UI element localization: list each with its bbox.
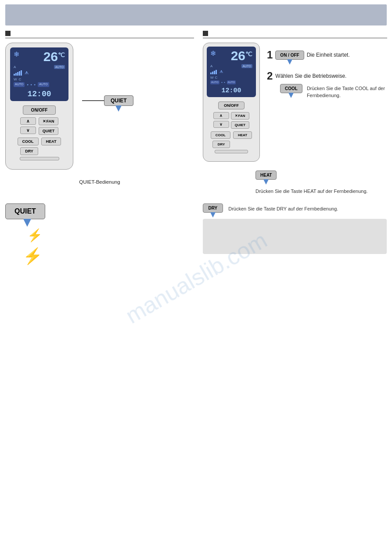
fan-icon-r1: ⋆ — [221, 80, 223, 84]
arrow-up-left[interactable]: ∧ — [20, 117, 36, 125]
arrow-col-right: ∧ ∨ — [213, 112, 229, 129]
fan-quiet-group-left: ∧ ∨ ✕FAN QUIET — [10, 117, 68, 135]
long-button-left[interactable] — [20, 157, 59, 160]
screen-bars-row: ᗑ — [14, 70, 65, 76]
fan-icon-1: ⋆ — [26, 82, 29, 87]
cool-button-right[interactable]: COOL — [211, 131, 230, 139]
dry-row-right: DRY — [207, 141, 256, 148]
temp-value-left: 26 — [43, 50, 58, 63]
left-section-header — [5, 31, 194, 38]
quiet-caption: QUIET-Bedienung — [79, 179, 120, 185]
lightning-icon-2: ⚡ — [23, 247, 194, 265]
auto-btn-r2: AUTO — [227, 80, 236, 84]
quiet-button-right[interactable]: QUIET — [231, 121, 249, 129]
long-button-right[interactable] — [215, 150, 248, 153]
step2-text: Wählen Sie die Betriebsweise. — [275, 73, 346, 80]
screen-label-w: W — [14, 77, 17, 81]
screen-label-c: C — [19, 77, 22, 81]
cool-desc: Drücken Sie die Taste COOL auf der Fernb… — [307, 86, 385, 98]
arrow-down-left[interactable]: ∨ — [20, 127, 36, 134]
lower-right: DRY Drücken Sie die Taste DRY auf der Fe… — [194, 199, 387, 265]
fan-button-left[interactable]: ✕FAN — [39, 117, 59, 125]
onoff-button-right[interactable]: ON/OFF — [218, 102, 245, 109]
long-btn-row-right — [207, 150, 256, 153]
dry-row: DRY Drücken Sie die Taste DRY auf der Fe… — [203, 203, 387, 213]
cool-callout-area: COOL Drücken Sie die Taste COOL auf der … — [280, 84, 387, 99]
mode-row-right: COOL HEAT — [207, 131, 256, 139]
left-column: ❄ 26 ℃ A AUTO — [5, 31, 194, 195]
screen-label-a-right: A — [210, 64, 212, 68]
dry-desc: Drücken Sie die Taste DRY auf der Fernbe… — [228, 206, 338, 212]
heat-btn-row: HEAT — [255, 170, 387, 180]
remote-screen-left: ❄ 26 ℃ A AUTO — [10, 47, 68, 101]
lower-section: QUIET ⚡ ⚡ DRY Drücken Sie die Taste DRY … — [0, 195, 392, 270]
step2-num: 2 — [267, 71, 273, 81]
heat-step-button[interactable]: HEAT — [255, 170, 277, 180]
snowflake-icon-left: ❄ — [14, 50, 19, 58]
cool-button-left[interactable]: COOL — [18, 138, 39, 145]
right-section-header — [203, 31, 387, 38]
callout-btn-wrapper: QUIET — [104, 95, 133, 106]
lower-left: QUIET ⚡ ⚡ — [5, 199, 194, 265]
quiet-large-button[interactable]: QUIET — [5, 203, 45, 219]
step1-text: Die Einheit startet. — [307, 51, 350, 59]
heat-desc: Drücken Sie die Taste HEAT auf der Fernb… — [255, 189, 368, 194]
heat-button-right[interactable]: HEAT — [233, 131, 252, 139]
right-remote-area: ❄ 26 ℃ A AUTO — [203, 43, 387, 162]
callout-line-left — [82, 100, 104, 101]
quiet-callout-button[interactable]: QUIET — [104, 95, 133, 106]
arrow-up-right[interactable]: ∧ — [213, 112, 229, 119]
callout-line-group: QUIET — [82, 95, 133, 106]
heat-btn-wrapper: HEAT — [255, 170, 277, 180]
step1-btn-wrapper: ON / OFF — [275, 51, 304, 60]
screen-bars-row-right: ᗑ — [210, 69, 252, 74]
time-display-left: 12:00 — [14, 90, 65, 98]
heat-area: HEAT Drücken Sie die Taste HEAT auf der … — [255, 170, 387, 195]
dry-step-button[interactable]: DRY — [203, 203, 223, 213]
remote-screen-right: ❄ 26 ℃ A AUTO — [207, 47, 256, 97]
remote-container-left: ❄ 26 ℃ A AUTO — [5, 43, 194, 170]
onoff-step-button[interactable]: ON / OFF — [275, 51, 304, 60]
screen-bottom-row-right: W C — [210, 76, 252, 80]
temp-display-left: 26 ℃ — [43, 50, 65, 63]
auto-box-right: AUTO — [241, 64, 252, 68]
fan-icon-3: ⋆ — [33, 82, 36, 87]
auto-row-right: AUTO ⋆ ⋆ AUTO — [210, 80, 252, 84]
fan-icon-r2: ⋆ — [223, 80, 226, 84]
fan-button-right[interactable]: ✕FAN — [231, 112, 249, 120]
step1-area: 1 ON / OFF Die Einheit startet. — [267, 50, 387, 60]
cool-step-button[interactable]: COOL — [280, 84, 302, 93]
bars-icon-right — [210, 70, 217, 74]
heat-button-left[interactable]: HEAT — [41, 138, 61, 145]
quiet-large-area: QUIET — [5, 203, 194, 219]
main-content: ❄ 26 ℃ A AUTO — [0, 25, 392, 195]
fan-quiet-group-right: ∧ ∨ ✕FAN QUIET — [207, 112, 256, 129]
screen-auto-row: AUTO ⋆ ⋆ ⋆ AUTO — [14, 82, 65, 87]
fan-icon-2: ⋆ — [30, 82, 32, 87]
temp-value-right: 26 — [231, 49, 245, 62]
degree-left: ℃ — [58, 52, 65, 58]
header-bar — [5, 4, 387, 25]
curve-icon: ᗑ — [25, 70, 29, 76]
bars-icon — [14, 70, 22, 76]
onoff-button-left[interactable]: ON/OFF — [23, 105, 56, 115]
arrow-down-right[interactable]: ∨ — [213, 121, 229, 128]
step2-label-row: 2 Wählen Sie die Betriebsweise. — [267, 71, 346, 81]
fan-icons-row: ⋆ ⋆ ⋆ — [26, 82, 36, 87]
heat-desc-area: Drücken Sie die Taste HEAT auf der Fernb… — [255, 188, 387, 195]
long-btn-row-left — [10, 157, 68, 160]
right-column: ❄ 26 ℃ A AUTO — [194, 31, 387, 195]
screen-label-a: A — [14, 65, 16, 69]
dry-row-left: DRY — [10, 147, 68, 155]
quiet-button-left[interactable]: QUIET — [39, 127, 59, 135]
dry-btn-wrapper: DRY — [203, 203, 223, 213]
degree-right: ℃ — [245, 51, 252, 57]
note-box — [203, 219, 387, 254]
screen-label-c2: C — [215, 76, 218, 80]
dry-button-right[interactable]: DRY — [212, 141, 230, 148]
remote-right: ❄ 26 ℃ A AUTO — [203, 43, 260, 162]
caption-area-left: QUIET-Bedienung — [5, 178, 194, 185]
dry-button-left[interactable]: DRY — [20, 147, 38, 155]
fan-quiet-col-right: ✕FAN QUIET — [231, 112, 249, 129]
dry-btn-area: DRY Drücken Sie die Taste DRY auf der Fe… — [203, 203, 387, 213]
